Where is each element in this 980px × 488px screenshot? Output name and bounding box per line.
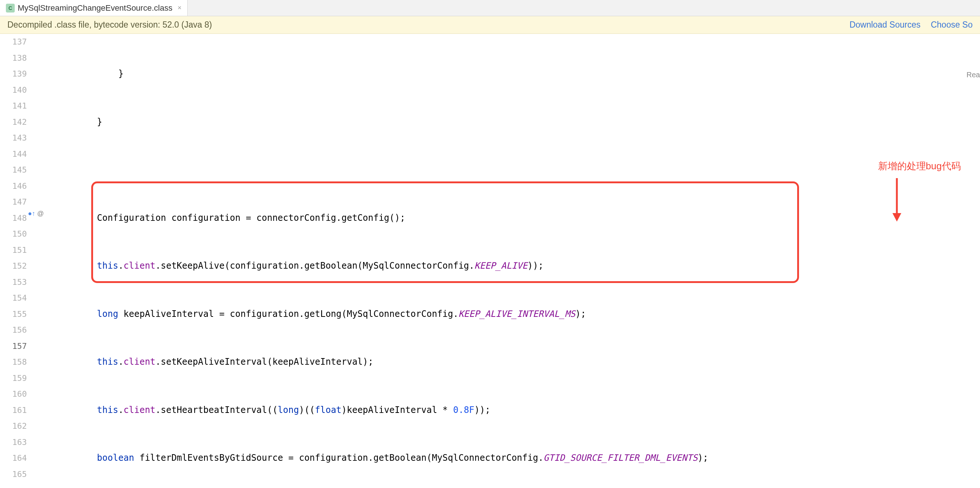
line-number[interactable]: 138 — [0, 50, 27, 66]
annotation-label: 新增的处理bug代码 — [878, 160, 961, 172]
line-number[interactable]: 151 — [0, 242, 27, 258]
code-line[interactable]: this.client.setHeartbeatInterval((long)(… — [54, 402, 980, 418]
class-file-icon: C — [6, 4, 15, 13]
close-icon[interactable]: × — [178, 4, 182, 12]
code-line[interactable]: boolean filterDmlEventsByGtidSource = co… — [54, 450, 980, 466]
line-number[interactable]: 153 — [0, 274, 27, 290]
choose-sources-link[interactable]: Choose So — [931, 20, 973, 30]
code-area[interactable]: } } Configuration configuration = connec… — [54, 34, 980, 488]
line-number[interactable]: 140 — [0, 82, 27, 98]
override-marker-icon[interactable]: ●↑ @ — [28, 210, 50, 217]
code-line[interactable]: long keepAliveInterval = configuration.g… — [54, 306, 980, 322]
code-line[interactable]: this.client.setKeepAlive(configuration.g… — [54, 258, 980, 274]
line-number[interactable]: 150 — [0, 226, 27, 242]
line-number[interactable]: 147 — [0, 194, 27, 210]
line-number[interactable]: 148 — [0, 210, 27, 226]
line-number[interactable]: 141 — [0, 98, 27, 114]
line-number[interactable]: 157 — [0, 338, 27, 354]
line-number[interactable]: 143 — [0, 130, 27, 146]
line-number[interactable]: 137 — [0, 34, 27, 50]
code-line[interactable] — [54, 162, 980, 178]
line-number[interactable]: 152 — [0, 258, 27, 274]
line-number[interactable]: 156 — [0, 322, 27, 338]
line-number[interactable]: 142 — [0, 114, 27, 130]
file-tab[interactable]: C MySqlStreamingChangeEventSource.class … — [0, 0, 188, 16]
reader-mode-hint[interactable]: Rea — [966, 71, 980, 79]
code-line[interactable]: } — [54, 114, 980, 130]
code-line[interactable]: this.client.setKeepAliveInterval(keepAli… — [54, 354, 980, 370]
line-number[interactable]: 161 — [0, 402, 27, 418]
tab-filename: MySqlStreamingChangeEventSource.class — [18, 3, 173, 13]
tab-bar: C MySqlStreamingChangeEventSource.class … — [0, 0, 980, 16]
line-number[interactable]: 155 — [0, 306, 27, 322]
banner-message: Decompiled .class file, bytecode version… — [7, 20, 212, 30]
line-number[interactable]: 160 — [0, 386, 27, 402]
line-number[interactable]: 145 — [0, 162, 27, 178]
line-number[interactable]: 164 — [0, 450, 27, 466]
line-number[interactable]: 159 — [0, 370, 27, 386]
banner-actions: Download Sources Choose So — [850, 20, 973, 30]
line-number[interactable]: 154 — [0, 290, 27, 306]
decompiled-banner: Decompiled .class file, bytecode version… — [0, 16, 980, 34]
line-number-gutter: 137 138 139 140 141 142 143 144 145 146 … — [0, 34, 32, 488]
editor: 137 138 139 140 141 142 143 144 145 146 … — [0, 34, 980, 488]
download-sources-link[interactable]: Download Sources — [850, 20, 920, 30]
line-number[interactable]: 139 — [0, 66, 27, 82]
line-number[interactable]: 146 — [0, 178, 27, 194]
gutter-annotations: ●↑ @ — [32, 34, 54, 488]
svg-marker-1 — [892, 213, 901, 222]
line-number[interactable]: 158 — [0, 354, 27, 370]
code-line[interactable]: } — [54, 66, 980, 82]
line-number[interactable]: 162 — [0, 418, 27, 434]
annotation-arrow-icon — [889, 178, 904, 222]
line-number[interactable]: 144 — [0, 146, 27, 162]
code-line[interactable]: Configuration configuration = connectorC… — [54, 210, 980, 226]
line-number[interactable]: 163 — [0, 434, 27, 450]
line-number[interactable]: 165 — [0, 466, 27, 482]
